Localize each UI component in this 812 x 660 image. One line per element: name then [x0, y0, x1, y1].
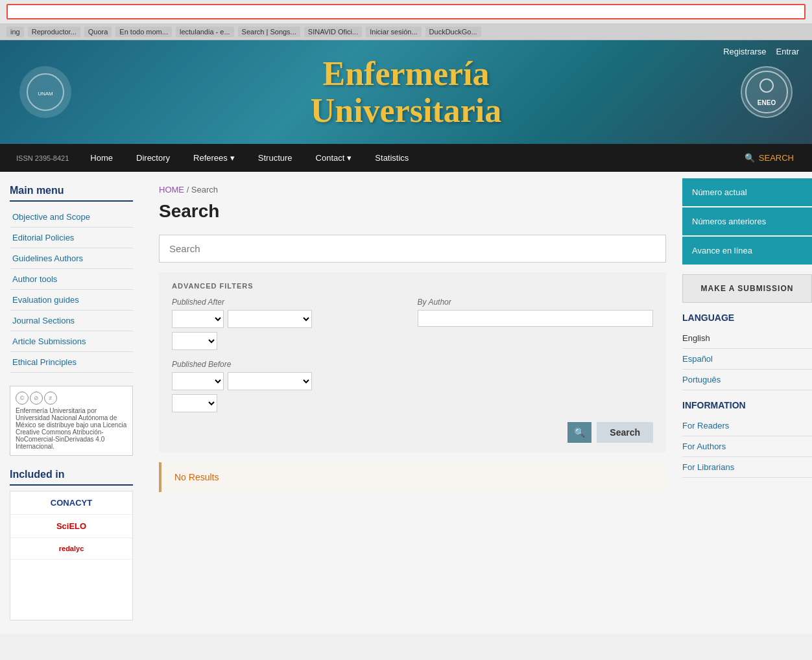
sidebar-item-journal-sections[interactable]: Journal Sections	[10, 311, 133, 331]
sidebar-item-editorial[interactable]: Editorial Policies	[10, 228, 133, 248]
language-espanol[interactable]: Español	[682, 349, 812, 370]
tab-songs[interactable]: Search | Songs...	[238, 27, 300, 37]
tab-sinavid[interactable]: SINAVID Ofici...	[304, 27, 362, 37]
tab-ing[interactable]: ing	[6, 27, 24, 37]
avance-en-linea-btn[interactable]: Avance en línea	[682, 237, 812, 265]
main-menu-title: Main menu	[10, 185, 133, 202]
search-icon-button[interactable]: 🔍	[567, 422, 591, 443]
tab-lectulandia[interactable]: lectulandia - e...	[176, 27, 234, 37]
right-sidebar: Número actual Números anteriores Avance …	[682, 172, 812, 633]
nav-search[interactable]: 🔍 SEARCH	[733, 144, 806, 172]
by-author-input-wrapper	[418, 310, 654, 327]
language-title: LANGUAGE	[682, 312, 812, 323]
svg-text:UNAM: UNAM	[38, 91, 53, 97]
cc-icon-nd: ≠	[44, 392, 57, 405]
nav-structure[interactable]: Structure	[246, 144, 304, 172]
published-after-year[interactable]	[172, 310, 224, 328]
by-author-label: By Author	[418, 298, 654, 307]
logo-right: ENEO	[741, 66, 793, 118]
by-author-input[interactable]	[418, 310, 654, 327]
language-english[interactable]: English	[682, 328, 812, 349]
breadcrumb-current: Search	[191, 185, 218, 194]
cc-license-box: © ⊘ ≠ Enfermería Universitaria por Unive…	[10, 386, 133, 456]
logo-left: UNAM	[19, 66, 71, 118]
published-before-group: Published Before	[172, 360, 408, 412]
browser-bar: earch/search?csrfToken=f4c35b2918b09c655…	[0, 0, 812, 24]
sidebar-item-author-tools[interactable]: Author tools	[10, 269, 133, 289]
url-bar[interactable]: earch/search?csrfToken=f4c35b2918b09c655…	[6, 4, 806, 19]
included-conacyt: CONACYT	[10, 491, 132, 515]
no-results-text: No Results	[174, 472, 219, 482]
make-submission-btn[interactable]: MAKE A SUBMISSION	[682, 274, 812, 303]
site-header: Registrarse Entrar UNAM EnfermeríaUniver…	[0, 40, 812, 144]
sidebar-item-article-submissions[interactable]: Article Submissions	[10, 331, 133, 351]
advanced-filters-title: ADVANCED FILTERS	[172, 282, 653, 290]
nav-referees[interactable]: Referees ▾	[182, 144, 246, 172]
search-button-row: 🔍 Search	[172, 422, 653, 443]
registrar-link[interactable]: Registrarse	[723, 47, 766, 56]
svg-point-3	[760, 79, 773, 92]
language-portugues[interactable]: Português	[682, 370, 812, 390]
published-after-day[interactable]	[172, 332, 217, 350]
page-title: Search	[159, 201, 666, 222]
sidebar-item-guidelines[interactable]: Guidelines Authors	[10, 248, 133, 268]
tab-reproductor[interactable]: Reproductor...	[28, 27, 80, 37]
included-in-title: Included in	[10, 469, 133, 486]
no-results-box: No Results	[159, 462, 666, 492]
browser-tabs: ing Reproductor... Quora En todo mom... …	[0, 24, 812, 40]
numeros-anteriores-btn[interactable]: Números anteriores	[682, 207, 812, 235]
nav-items: Home Directory Referees ▾ Structure Cont…	[78, 144, 732, 172]
search-input[interactable]	[159, 235, 666, 263]
breadcrumb: HOME / Search	[159, 185, 666, 194]
nav-directory[interactable]: Directory	[125, 144, 182, 172]
nav-bar: ISSN 2395-8421 Home Directory Referees ▾…	[0, 144, 812, 172]
info-for-authors[interactable]: For Authors	[682, 436, 812, 457]
published-after-selects	[172, 310, 408, 328]
published-after-month[interactable]	[228, 310, 312, 328]
advanced-filters-panel: ADVANCED FILTERS Published After By Auth…	[159, 272, 666, 453]
included-redalyc: redalyc	[10, 538, 132, 560]
included-box: CONACYT SciELO redalyc	[10, 491, 133, 620]
published-before-year[interactable]	[172, 372, 224, 390]
published-before-label: Published Before	[172, 360, 408, 369]
breadcrumb-home[interactable]: HOME	[159, 185, 184, 194]
main-layout: Main menu Objective and Scope Editorial …	[0, 172, 812, 633]
issn-label: ISSN 2395-8421	[6, 154, 78, 162]
nav-home[interactable]: Home	[78, 144, 125, 172]
numero-actual-btn[interactable]: Número actual	[682, 178, 812, 206]
published-before-month[interactable]	[228, 372, 312, 390]
info-for-librarians[interactable]: For Librarians	[682, 457, 812, 478]
cc-icon-nc: ⊘	[30, 392, 43, 405]
published-before-day[interactable]	[172, 394, 217, 412]
content-area: HOME / Search Search ADVANCED FILTERS Pu…	[143, 172, 682, 633]
sidebar-menu: Objective and Scope Editorial Policies G…	[10, 207, 133, 373]
tab-quora[interactable]: Quora	[84, 27, 112, 37]
cc-icon-by: ©	[16, 392, 29, 405]
tab-duckduckgo[interactable]: DuckDuckGo...	[425, 27, 481, 37]
published-before-selects	[172, 372, 408, 390]
filters-grid: Published After By Author	[172, 298, 653, 412]
left-sidebar: Main menu Objective and Scope Editorial …	[0, 172, 143, 633]
cc-text: Enfermería Universitaria por Universidad…	[16, 407, 127, 450]
search-icon: 🔍	[745, 153, 755, 163]
tab-iniciar[interactable]: Iniciar sesión...	[366, 27, 421, 37]
tab-entodo[interactable]: En todo mom...	[115, 27, 172, 37]
published-after-label: Published After	[172, 298, 408, 307]
information-title: INFORMATION	[682, 400, 812, 410]
search-submit-button[interactable]: Search	[597, 422, 653, 443]
breadcrumb-separator: /	[187, 185, 191, 194]
included-scielo: SciELO	[10, 515, 132, 538]
sidebar-item-ethical[interactable]: Ethical Principles	[10, 352, 133, 372]
site-title: EnfermeríaUniversitaria	[71, 55, 741, 129]
sidebar-item-evaluation[interactable]: Evaluation guides	[10, 290, 133, 310]
header-top-links: Registrarse Entrar	[723, 47, 799, 56]
by-author-group: By Author	[418, 298, 654, 350]
sidebar-item-objective[interactable]: Objective and Scope	[10, 207, 133, 227]
nav-statistics[interactable]: Statistics	[363, 144, 420, 172]
info-for-readers[interactable]: For Readers	[682, 416, 812, 436]
entrar-link[interactable]: Entrar	[776, 47, 799, 56]
svg-text:ENEO: ENEO	[758, 99, 776, 106]
published-after-group: Published After	[172, 298, 408, 350]
nav-contact[interactable]: Contact ▾	[304, 144, 364, 172]
